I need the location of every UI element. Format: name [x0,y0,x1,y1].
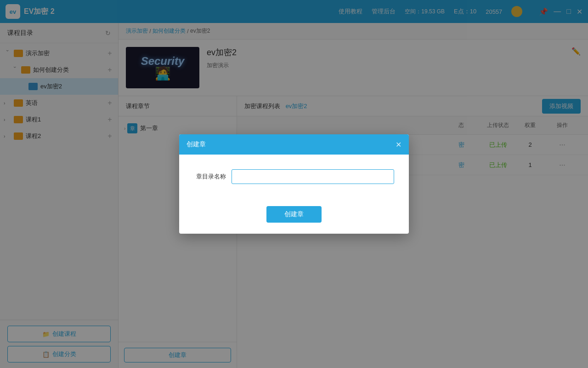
modal-body: 章目录名称 [179,155,409,206]
modal-overlay[interactable]: 创建章 ✕ 章目录名称 创建章 [0,0,588,368]
modal-dialog: 创建章 ✕ 章目录名称 创建章 [179,134,409,234]
modal-footer: 创建章 [179,206,409,234]
modal-close-button[interactable]: ✕ [396,140,401,149]
form-row: 章目录名称 [194,169,394,184]
modal-submit-button[interactable]: 创建章 [266,206,322,223]
chapter-name-input[interactable] [232,169,394,184]
chapter-name-label: 章目录名称 [194,172,226,181]
modal-title: 创建章 [187,140,396,149]
modal-header: 创建章 ✕ [179,134,409,155]
